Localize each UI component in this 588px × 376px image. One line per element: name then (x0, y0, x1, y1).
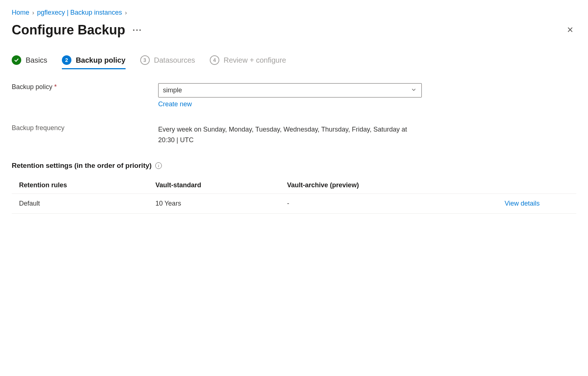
header: Configure Backup ··· ✕ (12, 22, 576, 38)
chevron-right-icon: › (125, 10, 127, 16)
required-indicator: * (54, 83, 57, 91)
backup-policy-select-value: simple (158, 83, 422, 97)
backup-policy-label: Backup policy * (12, 83, 158, 91)
table-header-row: Retention rules Vault-standard Vault-arc… (12, 177, 576, 194)
backup-policy-select[interactable]: simple (158, 83, 422, 97)
retention-table: Retention rules Vault-standard Vault-arc… (12, 177, 576, 214)
more-actions-button[interactable]: ··· (133, 25, 142, 35)
cell-vault-archive: - (280, 193, 468, 213)
page-title: Configure Backup ··· (12, 22, 142, 38)
info-icon[interactable]: i (155, 162, 162, 169)
backup-policy-label-text: Backup policy (12, 83, 52, 91)
view-details-link[interactable]: View details (505, 200, 540, 207)
step-number-icon: 3 (140, 55, 150, 65)
tab-review[interactable]: 4 Review + configure (210, 55, 286, 69)
retention-heading: Retention settings (in the order of prio… (12, 162, 576, 170)
close-button[interactable]: ✕ (564, 25, 576, 36)
step-number-icon: 2 (62, 55, 71, 65)
step-number-icon: 4 (210, 55, 219, 65)
breadcrumb-home[interactable]: Home (12, 9, 29, 16)
breadcrumb-vault[interactable]: pgflexecy | Backup instances (37, 9, 122, 16)
cell-vault-standard: 10 Years (148, 193, 280, 213)
backup-frequency-row: Backup frequency Every week on Sunday, M… (12, 124, 576, 145)
tab-datasources-label: Datasources (154, 56, 195, 64)
col-retention-rules: Retention rules (12, 177, 148, 194)
create-new-link[interactable]: Create new (158, 100, 192, 108)
tab-review-label: Review + configure (224, 56, 286, 64)
col-vault-archive: Vault-archive (preview) (280, 177, 468, 194)
tab-basics[interactable]: Basics (12, 55, 47, 69)
close-icon: ✕ (567, 25, 573, 34)
check-icon (12, 55, 21, 65)
wizard-tabs: Basics 2 Backup policy 3 Datasources 4 R… (12, 55, 576, 69)
col-actions (468, 177, 576, 194)
tab-backup-policy[interactable]: 2 Backup policy (62, 55, 126, 69)
page-title-text: Configure Backup (12, 22, 125, 38)
retention-heading-text: Retention settings (in the order of prio… (12, 162, 152, 170)
table-row: Default 10 Years - View details (12, 193, 576, 213)
col-vault-standard: Vault-standard (148, 177, 280, 194)
tab-basics-label: Basics (26, 56, 47, 64)
chevron-right-icon: › (32, 10, 34, 16)
breadcrumb: Home › pgflexecy | Backup instances › (12, 9, 576, 16)
tab-datasources[interactable]: 3 Datasources (140, 55, 195, 69)
tab-backup-policy-label: Backup policy (76, 56, 126, 64)
cell-rule-name: Default (12, 193, 148, 213)
backup-policy-row: Backup policy * simple Create new (12, 83, 576, 108)
backup-frequency-label: Backup frequency (12, 124, 158, 132)
backup-frequency-value: Every week on Sunday, Monday, Tuesday, W… (158, 124, 407, 145)
